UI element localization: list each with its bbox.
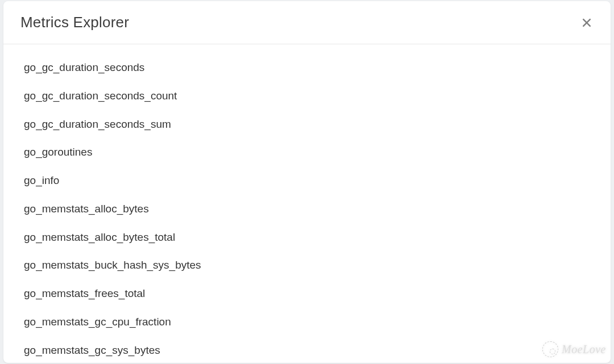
metric-item[interactable]: go_gc_duration_seconds_sum bbox=[3, 110, 611, 139]
metric-item[interactable]: go_memstats_gc_sys_bytes bbox=[3, 336, 611, 363]
modal-header: Metrics Explorer bbox=[3, 1, 611, 44]
metric-item[interactable]: go_memstats_frees_total bbox=[3, 279, 611, 308]
close-icon bbox=[581, 17, 592, 28]
metric-item[interactable]: go_gc_duration_seconds bbox=[3, 53, 611, 82]
metric-item[interactable]: go_memstats_alloc_bytes bbox=[3, 195, 611, 223]
modal-title: Metrics Explorer bbox=[20, 14, 129, 31]
metric-item[interactable]: go_info bbox=[3, 166, 611, 195]
metric-item[interactable]: go_goroutines bbox=[3, 138, 611, 166]
metric-item[interactable]: go_memstats_buck_hash_sys_bytes bbox=[3, 251, 611, 279]
metric-item[interactable]: go_memstats_alloc_bytes_total bbox=[3, 223, 611, 252]
close-button[interactable] bbox=[579, 15, 595, 31]
metrics-explorer-modal: Metrics Explorer go_gc_duration_seconds … bbox=[3, 1, 611, 363]
metrics-list[interactable]: go_gc_duration_seconds go_gc_duration_se… bbox=[3, 44, 611, 363]
metric-item[interactable]: go_memstats_gc_cpu_fraction bbox=[3, 308, 611, 336]
metric-item[interactable]: go_gc_duration_seconds_count bbox=[3, 82, 611, 110]
